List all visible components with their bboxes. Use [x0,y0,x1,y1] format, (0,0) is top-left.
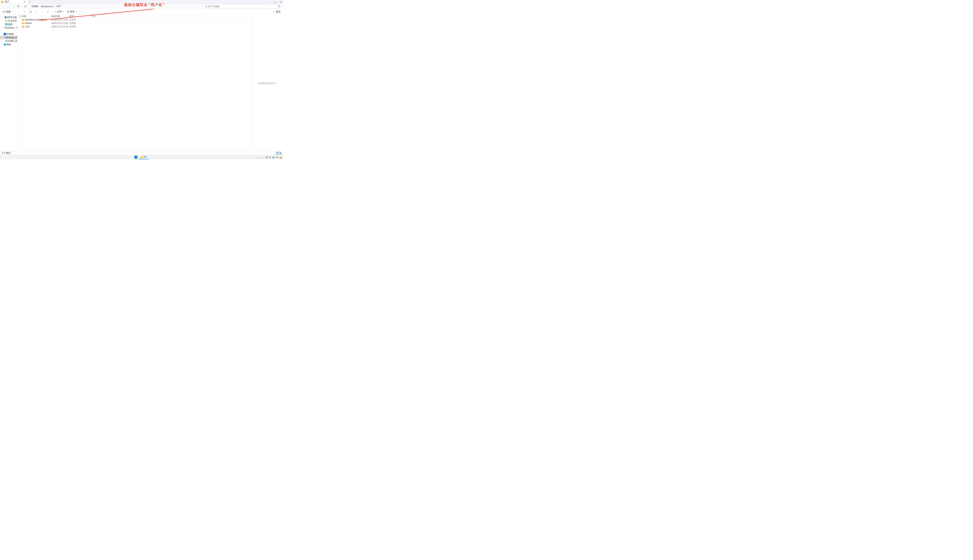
sort-button[interactable]: ↑↓ 排序 ▾ [53,10,65,14]
view-label: 查看 [70,10,75,13]
file-name: Default [25,22,51,24]
close-button[interactable]: ✕ [278,0,283,4]
folder-icon [22,26,24,28]
folder-icon [22,22,24,24]
select-all-checkbox[interactable] [19,15,22,18]
sidebar-item-label: 此电脑 [7,32,13,36]
new-label: 新建 [6,10,10,13]
file-row[interactable]: 公用2023/11/12 12:28文件夹 [18,25,252,28]
crumb-this-pc[interactable]: 此电脑 [31,5,39,8]
forward-button[interactable]: → [7,5,10,8]
expand-icon[interactable]: › [3,27,3,29]
expand-icon[interactable]: › [3,40,4,42]
chevron-right-icon: › [62,5,63,7]
window-controls: — ▢ ✕ [267,0,283,4]
sidebar-item[interactable]: ›网络 [0,43,17,46]
file-name: AppleMicroSoftHuaWei [25,18,51,21]
paste-button[interactable]: 📋 [28,10,33,14]
column-modified[interactable]: 修改日期 [51,15,69,18]
file-date: 2023/11/30 15:35 [51,18,69,21]
refresh-button[interactable]: ⟳ [17,5,20,8]
column-type[interactable]: 类型 [69,15,84,18]
sidebar-item[interactable]: ›Windows (C:) [0,36,17,39]
rename-button[interactable]: ✎ [33,10,39,14]
chevron-right-icon: › [30,5,30,7]
taskbar-explorer[interactable]: 用户 [139,155,149,159]
copy-button[interactable]: ⧉ [22,10,27,14]
chevron-down-icon: ▾ [63,11,64,13]
pc-icon [4,33,6,35]
sidebar-item[interactable]: ›WPS云盘 [0,15,17,19]
content-area: 名称 修改日期 类型 大小 AppleMicroSoftHuaWei2023/1… [18,15,283,152]
column-name[interactable]: 名称 [22,15,51,18]
new-tab-button[interactable]: + [27,1,32,3]
cut-button[interactable]: ✂ [16,10,21,14]
sidebar-item-label: WPS云盘 [7,16,17,19]
new-button[interactable]: + 新建 ▾ [2,10,13,14]
delete-button[interactable]: 🗑 [45,10,50,14]
expand-icon[interactable]: ⌄ [1,33,3,35]
taskbar-explorer-label: 用户 [143,155,148,159]
details-view-toggle[interactable]: ≡ [276,152,279,155]
preview-message: 选择要预览的文件。 [258,82,278,85]
tab-close-icon[interactable]: ✕ [23,1,26,3]
thumbnails-view-toggle[interactable]: ▦ [279,152,282,155]
expand-icon[interactable]: › [3,37,4,38]
more-button[interactable]: ⋯ [79,10,84,14]
sidebar-item[interactable]: 图库 [0,23,17,26]
preview-label: 预览 [276,10,281,13]
status-bar: 3 个项目 ≡ ▦ [0,152,283,155]
file-list: 名称 修改日期 类型 大小 AppleMicroSoftHuaWei2023/1… [18,15,252,152]
column-size[interactable]: 大小 [84,15,96,18]
sidebar-item-label: 主文件夹 [8,19,17,23]
crumb-users[interactable]: 用户 [56,5,62,8]
chevron-right-icon: › [55,5,55,7]
annotation-text: 鼠标左键双击 "用户名" [124,2,164,7]
sidebar-item-label: Windows (C:) [5,36,18,39]
file-type: 文件夹 [69,18,84,21]
list-icon: ☰ [67,10,69,13]
maximize-button[interactable]: ▢ [273,0,278,4]
taskbar: 用户 英 ⚙ 🔊 🗁 🔔 [0,155,283,159]
watermark: CSDN @AppleMicroSoftHuaWei [257,157,282,159]
up-button[interactable]: ↑ [12,5,15,8]
expand-icon[interactable]: › [3,16,4,18]
crumb-drive-c[interactable]: Windows (C:) [40,5,55,8]
main-area: ›WPS云盘主文件夹图库›OneDrive - Person⌄此电脑›Windo… [0,15,283,152]
status-item-count: 3 个项目 [2,152,10,155]
tab-active[interactable]: 用户 ✕ [0,0,27,4]
search-box[interactable]: 🔍 [204,5,282,8]
minimize-button[interactable]: — [267,0,273,4]
plus-icon: + [3,11,5,13]
preview-toggle[interactable]: ▭ 预览 [272,10,282,13]
file-name: 公用 [25,25,51,28]
lib-icon [5,23,8,25]
sidebar: ›WPS云盘主文件夹图库›OneDrive - Person⌄此电脑›Windo… [0,15,18,152]
file-row[interactable]: AppleMicroSoftHuaWei2023/11/30 15:35文件夹 [18,18,252,22]
sidebar-item-label: HUAWEI (D:) [5,40,18,42]
monitor-icon[interactable]: 🖵 [23,5,27,8]
chevron-down-icon: ▾ [76,11,77,13]
file-row[interactable]: Default2023/11/12 12:30文件夹 [18,22,252,25]
back-button[interactable]: ← [2,5,5,8]
sidebar-item-label: 图库 [8,23,13,26]
chevron-right-icon: › [39,5,40,7]
expand-icon[interactable]: › [1,43,3,45]
start-button[interactable] [134,156,137,159]
sort-label: 排序 [57,10,62,13]
sidebar-item[interactable]: 主文件夹 [0,19,17,23]
file-date: 2023/11/12 12:30 [51,22,69,24]
sidebar-item[interactable]: ⌄此电脑 [0,32,17,36]
folder-icon [22,19,24,21]
search-input[interactable] [205,5,278,8]
search-icon[interactable]: 🔍 [278,5,281,8]
sidebar-item-label: OneDrive - Person [5,27,18,29]
file-type: 文件夹 [69,25,84,28]
sidebar-item[interactable]: ›HUAWEI (D:) [0,39,17,43]
view-button[interactable]: ☰ 查看 ▾ [66,10,78,14]
sidebar-item[interactable]: ›OneDrive - Person [0,26,17,30]
share-button[interactable]: ⤴ [40,10,45,14]
folder-icon [1,1,3,3]
chevron-down-icon: ▾ [12,11,12,13]
tab-title: 用户 [5,0,9,3]
